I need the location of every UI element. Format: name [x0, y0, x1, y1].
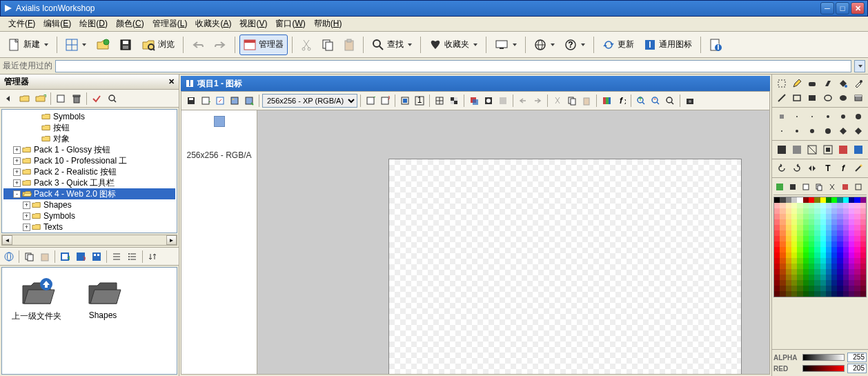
color-swatch[interactable]: [780, 269, 785, 275]
color-swatch[interactable]: [809, 225, 814, 230]
mask2-button[interactable]: [496, 94, 510, 108]
dot4-tool[interactable]: [851, 110, 866, 123]
color-swatch[interactable]: [843, 230, 849, 236]
color-swatch[interactable]: [826, 230, 831, 236]
color-swatch[interactable]: [803, 203, 809, 208]
detail-view-button[interactable]: [125, 249, 140, 264]
color-swatch[interactable]: [797, 258, 802, 264]
color-swatch[interactable]: [803, 247, 809, 253]
color-swatch[interactable]: [837, 208, 842, 214]
color-swatch[interactable]: [860, 241, 866, 247]
color-swatch[interactable]: [831, 291, 837, 297]
color-swatch[interactable]: [791, 247, 797, 253]
favorites-button[interactable]: 收藏夹: [425, 34, 482, 55]
paste-button[interactable]: [339, 34, 359, 55]
doc-edit-button[interactable]: [213, 94, 227, 108]
color-swatch[interactable]: [809, 286, 814, 291]
fx-tool[interactable]: f: [836, 161, 850, 175]
color-swatch[interactable]: [803, 275, 809, 280]
color-swatch[interactable]: [849, 230, 854, 236]
color-swatch[interactable]: [791, 208, 797, 214]
color-swatch[interactable]: [774, 280, 780, 286]
color-swatch[interactable]: [849, 208, 854, 214]
dot2-tool[interactable]: [789, 124, 804, 138]
checker-button[interactable]: [447, 94, 461, 108]
color-swatch[interactable]: [849, 264, 854, 269]
color-swatch[interactable]: [820, 286, 826, 291]
color-swatch[interactable]: [860, 197, 866, 203]
color-swatch[interactable]: [791, 236, 797, 241]
color-swatch[interactable]: [820, 208, 826, 214]
color-swatch[interactable]: [831, 280, 837, 286]
new-button[interactable]: 新建: [4, 34, 52, 55]
color-swatch[interactable]: [803, 253, 809, 258]
color-swatch[interactable]: [826, 264, 831, 269]
doc-undo-button[interactable]: [516, 94, 530, 108]
menu-w[interactable]: 窗口(W): [271, 17, 309, 31]
color-swatch[interactable]: [791, 253, 797, 258]
fliph-tool[interactable]: [805, 161, 820, 175]
web-button[interactable]: [530, 34, 559, 55]
color-swatch[interactable]: [843, 280, 849, 286]
color-swatch[interactable]: [814, 197, 820, 203]
alpha-slider[interactable]: [802, 354, 845, 361]
color-swatch[interactable]: [843, 253, 849, 258]
red-value[interactable]: 205: [847, 364, 867, 373]
color-swatch[interactable]: [826, 286, 831, 291]
menu-l[interactable]: 管理器(L): [148, 17, 192, 31]
pal-new-button[interactable]: [800, 181, 812, 193]
color-swatch[interactable]: [786, 280, 791, 286]
color-swatch[interactable]: [820, 258, 826, 264]
layer-button[interactable]: [467, 94, 481, 108]
color-swatch[interactable]: [791, 197, 797, 203]
color-swatch[interactable]: [814, 264, 820, 269]
color-swatch[interactable]: [849, 291, 854, 297]
dot3-tool[interactable]: [805, 124, 820, 138]
color-swatch[interactable]: [809, 214, 814, 219]
recent-input[interactable]: [55, 60, 851, 72]
snapshot-button[interactable]: [683, 94, 697, 108]
color-swatch[interactable]: [849, 219, 854, 225]
color-swatch[interactable]: [849, 258, 854, 264]
color-swatch[interactable]: [843, 225, 849, 230]
tree-expand-icon[interactable]: +: [13, 179, 21, 187]
color-swatch[interactable]: [854, 241, 860, 247]
color-swatch[interactable]: [849, 203, 854, 208]
rotl-tool[interactable]: [774, 161, 789, 175]
color-swatch[interactable]: [843, 214, 849, 219]
color-swatch[interactable]: [803, 280, 809, 286]
search-tree-button[interactable]: [105, 91, 120, 106]
color-swatch[interactable]: [809, 280, 814, 286]
color-swatch[interactable]: [837, 225, 842, 230]
doc-add-button[interactable]: +: [199, 94, 213, 108]
thumb-view1-button[interactable]: +: [57, 249, 72, 264]
color-swatch[interactable]: [791, 241, 797, 247]
color-swatch[interactable]: [797, 208, 802, 214]
color-swatch[interactable]: [837, 236, 842, 241]
color-swatch[interactable]: [814, 208, 820, 214]
color-swatch[interactable]: [843, 258, 849, 264]
color-swatch[interactable]: [814, 225, 820, 230]
color-swatch[interactable]: [774, 214, 780, 219]
color-swatch[interactable]: [814, 241, 820, 247]
color-swatch[interactable]: [780, 225, 785, 230]
color-swatch[interactable]: [786, 253, 791, 258]
color-swatch[interactable]: [849, 269, 854, 275]
zoom-out-button[interactable]: -: [649, 94, 662, 108]
color-swatch[interactable]: [860, 258, 866, 264]
color-swatch[interactable]: [774, 219, 780, 225]
color-swatches[interactable]: [773, 197, 867, 297]
doc-redo-button[interactable]: [531, 94, 544, 108]
color-swatch[interactable]: [814, 236, 820, 241]
color-swatch[interactable]: [809, 291, 814, 297]
color-swatch[interactable]: [797, 197, 802, 203]
color-swatch[interactable]: [786, 264, 791, 269]
web-browse-button[interactable]: [1, 249, 17, 264]
color-swatch[interactable]: [774, 197, 780, 203]
tree-node[interactable]: 按钮: [3, 122, 175, 133]
color-swatch[interactable]: [820, 253, 826, 258]
grad3-tool[interactable]: [805, 143, 820, 157]
color-swatch[interactable]: [860, 286, 866, 291]
color-swatch[interactable]: [797, 203, 802, 208]
search-button[interactable]: 查找: [368, 34, 416, 55]
